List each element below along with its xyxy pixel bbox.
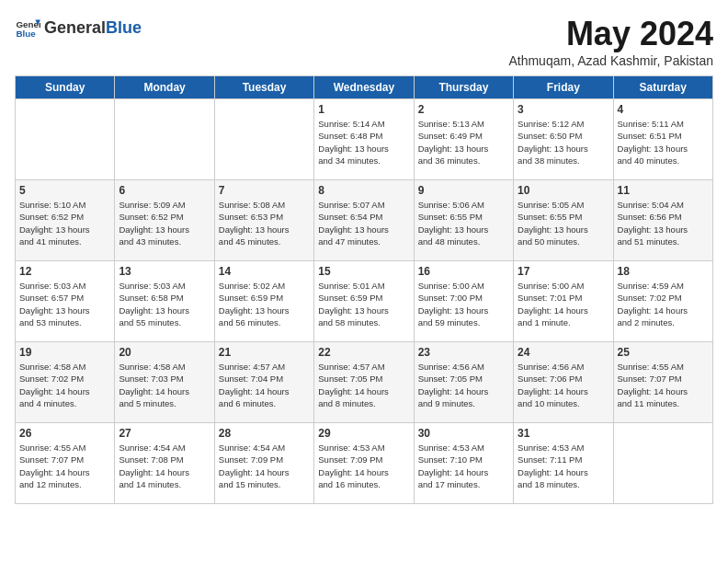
calendar-cell: 16Sunrise: 5:00 AMSunset: 7:00 PMDayligh… [414,261,513,342]
cell-date: 30 [418,427,509,440]
logo: General Blue General Blue [15,15,142,40]
cell-info: Sunrise: 4:58 AMSunset: 7:03 PMDaylight:… [119,361,210,409]
cell-date: 19 [19,346,110,359]
calendar-table: SundayMondayTuesdayWednesdayThursdayFrid… [15,75,713,504]
calendar-cell: 30Sunrise: 4:53 AMSunset: 7:10 PMDayligh… [414,423,513,504]
cell-info: Sunrise: 5:06 AMSunset: 6:55 PMDaylight:… [418,199,509,247]
cell-info: Sunrise: 5:02 AMSunset: 6:59 PMDaylight:… [219,280,310,328]
calendar-cell: 6Sunrise: 5:09 AMSunset: 6:52 PMDaylight… [115,180,214,261]
cell-info: Sunrise: 5:13 AMSunset: 6:49 PMDaylight:… [418,118,509,167]
calendar-cell: 15Sunrise: 5:01 AMSunset: 6:59 PMDayligh… [314,261,414,342]
cell-info: Sunrise: 4:57 AMSunset: 7:04 PMDaylight:… [219,361,310,409]
cell-date: 27 [119,427,210,440]
cell-date: 23 [418,346,509,359]
calendar-cell: 29Sunrise: 4:53 AMSunset: 7:09 PMDayligh… [314,423,414,504]
calendar-cell: 5Sunrise: 5:10 AMSunset: 6:52 PMDaylight… [16,180,115,261]
calendar-cell [214,99,313,180]
calendar-cell: 13Sunrise: 5:03 AMSunset: 6:58 PMDayligh… [115,261,214,342]
cell-info: Sunrise: 5:10 AMSunset: 6:52 PMDaylight:… [19,199,110,247]
calendar-cell: 9Sunrise: 5:06 AMSunset: 6:55 PMDaylight… [414,180,513,261]
cell-info: Sunrise: 5:11 AMSunset: 6:51 PMDaylight:… [618,118,709,167]
week-row-1: 1Sunrise: 5:14 AMSunset: 6:48 PMDaylight… [16,99,713,180]
calendar-cell: 17Sunrise: 5:00 AMSunset: 7:01 PMDayligh… [514,261,613,342]
week-row-3: 12Sunrise: 5:03 AMSunset: 6:57 PMDayligh… [16,261,713,342]
calendar-cell: 10Sunrise: 5:05 AMSunset: 6:55 PMDayligh… [514,180,613,261]
calendar-cell: 4Sunrise: 5:11 AMSunset: 6:51 PMDaylight… [613,99,712,180]
calendar-cell [16,99,115,180]
cell-info: Sunrise: 4:53 AMSunset: 7:11 PMDaylight:… [518,442,609,490]
cell-date: 3 [518,103,609,116]
day-header-thursday: Thursday [414,76,513,99]
calendar-cell: 28Sunrise: 4:54 AMSunset: 7:09 PMDayligh… [214,423,313,504]
calendar-cell: 27Sunrise: 4:54 AMSunset: 7:08 PMDayligh… [115,423,214,504]
calendar-cell: 20Sunrise: 4:58 AMSunset: 7:03 PMDayligh… [115,342,214,423]
cell-info: Sunrise: 4:54 AMSunset: 7:09 PMDaylight:… [219,442,310,490]
cell-date: 21 [219,346,310,359]
cell-info: Sunrise: 4:53 AMSunset: 7:10 PMDaylight:… [418,442,509,490]
cell-date: 16 [418,265,509,278]
cell-info: Sunrise: 5:04 AMSunset: 6:56 PMDaylight:… [618,199,709,247]
cell-info: Sunrise: 5:08 AMSunset: 6:53 PMDaylight:… [219,199,310,247]
header: General Blue General Blue May 2024 Athmu… [15,15,713,68]
cell-date: 10 [518,184,609,197]
week-row-2: 5Sunrise: 5:10 AMSunset: 6:52 PMDaylight… [16,180,713,261]
cell-info: Sunrise: 5:00 AMSunset: 7:01 PMDaylight:… [518,280,609,328]
cell-date: 6 [119,184,210,197]
cell-info: Sunrise: 5:05 AMSunset: 6:55 PMDaylight:… [518,199,609,247]
cell-info: Sunrise: 4:55 AMSunset: 7:07 PMDaylight:… [618,361,709,409]
days-header-row: SundayMondayTuesdayWednesdayThursdayFrid… [16,76,713,99]
cell-date: 31 [518,427,609,440]
logo-blue-text: Blue [106,18,142,38]
cell-date: 14 [219,265,310,278]
calendar-cell: 1Sunrise: 5:14 AMSunset: 6:48 PMDaylight… [314,99,414,180]
cell-date: 13 [119,265,210,278]
cell-info: Sunrise: 4:59 AMSunset: 7:02 PMDaylight:… [618,280,709,328]
cell-info: Sunrise: 5:09 AMSunset: 6:52 PMDaylight:… [119,199,210,247]
calendar-cell: 19Sunrise: 4:58 AMSunset: 7:02 PMDayligh… [16,342,115,423]
cell-info: Sunrise: 4:54 AMSunset: 7:08 PMDaylight:… [119,442,210,490]
day-header-tuesday: Tuesday [214,76,313,99]
cell-date: 1 [318,103,409,116]
calendar-cell: 14Sunrise: 5:02 AMSunset: 6:59 PMDayligh… [214,261,313,342]
cell-date: 22 [318,346,409,359]
cell-date: 20 [119,346,210,359]
week-row-4: 19Sunrise: 4:58 AMSunset: 7:02 PMDayligh… [16,342,713,423]
cell-date: 24 [518,346,609,359]
calendar-cell: 25Sunrise: 4:55 AMSunset: 7:07 PMDayligh… [613,342,712,423]
calendar-subtitle: Athmuqam, Azad Kashmir, Pakistan [508,53,713,68]
cell-info: Sunrise: 4:56 AMSunset: 7:06 PMDaylight:… [518,361,609,409]
cell-date: 8 [318,184,409,197]
cell-date: 11 [618,184,709,197]
cell-date: 15 [318,265,409,278]
day-header-friday: Friday [514,76,613,99]
calendar-cell [115,99,214,180]
cell-info: Sunrise: 5:03 AMSunset: 6:57 PMDaylight:… [19,280,110,328]
cell-info: Sunrise: 5:12 AMSunset: 6:50 PMDaylight:… [518,118,609,167]
cell-date: 9 [418,184,509,197]
cell-date: 2 [418,103,509,116]
calendar-cell: 8Sunrise: 5:07 AMSunset: 6:54 PMDaylight… [314,180,414,261]
cell-info: Sunrise: 5:01 AMSunset: 6:59 PMDaylight:… [318,280,409,328]
calendar-cell: 12Sunrise: 5:03 AMSunset: 6:57 PMDayligh… [16,261,115,342]
cell-info: Sunrise: 5:03 AMSunset: 6:58 PMDaylight:… [119,280,210,328]
calendar-cell: 26Sunrise: 4:55 AMSunset: 7:07 PMDayligh… [16,423,115,504]
cell-date: 25 [618,346,709,359]
day-header-wednesday: Wednesday [314,76,414,99]
cell-info: Sunrise: 4:58 AMSunset: 7:02 PMDaylight:… [19,361,110,409]
cell-date: 12 [19,265,110,278]
svg-text:Blue: Blue [16,29,36,39]
cell-date: 17 [518,265,609,278]
cell-info: Sunrise: 4:53 AMSunset: 7:09 PMDaylight:… [318,442,409,490]
cell-info: Sunrise: 5:00 AMSunset: 7:00 PMDaylight:… [418,280,509,328]
calendar-title: May 2024 [508,15,713,53]
calendar-cell: 21Sunrise: 4:57 AMSunset: 7:04 PMDayligh… [214,342,313,423]
day-header-sunday: Sunday [16,76,115,99]
cell-info: Sunrise: 5:07 AMSunset: 6:54 PMDaylight:… [318,199,409,247]
calendar-cell: 23Sunrise: 4:56 AMSunset: 7:05 PMDayligh… [414,342,513,423]
cell-date: 7 [219,184,310,197]
calendar-cell: 2Sunrise: 5:13 AMSunset: 6:49 PMDaylight… [414,99,513,180]
title-block: May 2024 Athmuqam, Azad Kashmir, Pakista… [508,15,713,68]
calendar-cell: 18Sunrise: 4:59 AMSunset: 7:02 PMDayligh… [613,261,712,342]
cell-info: Sunrise: 4:57 AMSunset: 7:05 PMDaylight:… [318,361,409,409]
cell-info: Sunrise: 5:14 AMSunset: 6:48 PMDaylight:… [318,118,409,167]
